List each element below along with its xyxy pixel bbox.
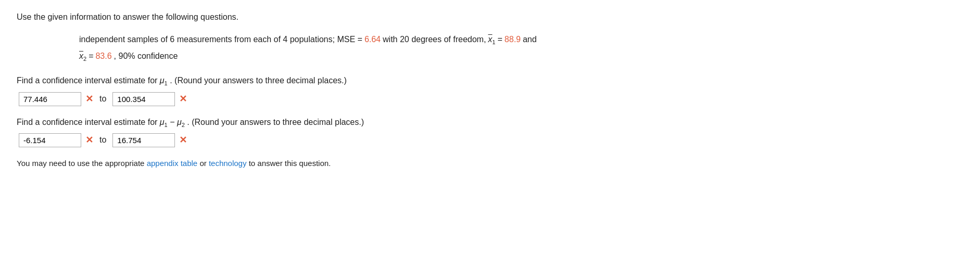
intro-text: Use the given information to answer the … [17,12,963,22]
technology-link[interactable]: technology [209,159,247,168]
x1-value: 88.9 [505,31,521,48]
question1-answer-row: ✕ to ✕ [19,92,963,106]
question1-input-upper[interactable] [112,92,175,106]
mse-value: 6.64 [365,31,381,48]
x2-value: 83.6 [95,48,111,65]
question1-input-lower[interactable] [19,92,81,106]
question1-section: Find a confidence interval estimate for … [17,76,963,106]
question2-label: Find a confidence interval estimate for … [17,118,963,128]
question1-error-upper-icon: ✕ [179,93,187,105]
confidence-text: , 90% confidence [114,48,178,65]
question2-to-label: to [99,135,106,145]
question2-answer-row: ✕ to ✕ [19,133,963,147]
question2-section: Find a confidence interval estimate for … [17,118,963,147]
question2-error-upper-icon: ✕ [179,134,187,146]
given-line2: x2 = 83.6 , 90% confidence [79,48,963,65]
x1-bar: x1 [488,31,495,48]
given-info-block: independent samples of 6 measurements fr… [79,31,963,65]
question2-input-lower[interactable] [19,133,81,147]
question1-error-lower-icon: ✕ [85,93,93,105]
question2-error-lower-icon: ✕ [85,134,93,146]
appendix-table-link[interactable]: appendix table [147,159,198,168]
given-line1: independent samples of 6 measurements fr… [79,31,963,48]
question2-input-upper[interactable] [112,133,175,147]
question1-label: Find a confidence interval estimate for … [17,76,963,86]
x2-bar: x2 [79,48,86,65]
question1-to-label: to [99,94,106,104]
footer-text: You may need to use the appropriate appe… [17,159,963,168]
